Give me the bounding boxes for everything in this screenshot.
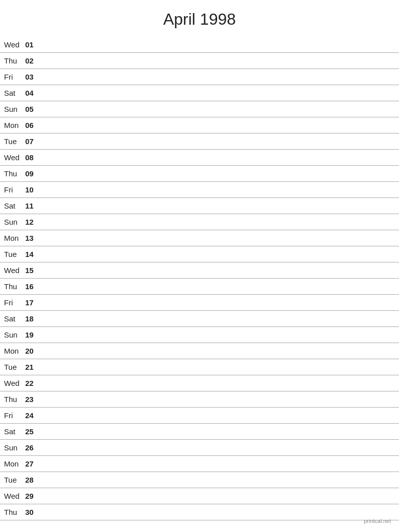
day-name: Thu [4,169,25,178]
calendar-row[interactable]: Wed15 [0,262,399,279]
day-line [41,351,395,351]
day-line [41,335,395,335]
day-number: 14 [25,250,41,258]
day-name: Wed [4,266,25,275]
calendar-row[interactable]: Thu23 [0,391,399,408]
day-name: Tue [4,250,25,258]
day-line [41,512,395,512]
calendar-row[interactable]: Wed01 [0,37,399,53]
day-line [41,318,395,319]
calendar-row[interactable]: Tue14 [0,246,399,262]
day-name: Tue [4,363,25,371]
day-name: Wed [4,379,25,387]
day-name: Thu [4,395,25,404]
day-number: 02 [25,56,41,65]
calendar-row[interactable]: Fri17 [0,295,399,311]
day-line [41,222,395,222]
day-line [41,286,395,287]
day-line [41,206,395,206]
calendar-list: Wed01Thu02Fri03Sat04Sun05Mon06Tue07Wed08… [0,37,399,520]
calendar-row[interactable]: Sun12 [0,214,399,230]
day-line [41,302,395,303]
day-line [41,367,395,367]
day-number: 10 [25,185,41,194]
day-number: 26 [25,443,41,452]
calendar-row[interactable]: Thu16 [0,279,399,295]
day-line [41,480,395,480]
day-name: Fri [4,298,25,307]
day-line [41,125,395,125]
day-number: 04 [25,89,41,97]
day-name: Sun [4,218,25,226]
day-line [41,463,395,464]
calendar-row[interactable]: Sat11 [0,198,399,214]
day-number: 22 [25,379,41,387]
day-line [41,157,395,158]
day-line [41,431,395,432]
calendar-row[interactable]: Fri03 [0,69,399,85]
day-name: Fri [4,73,25,81]
calendar-row[interactable]: Mon27 [0,456,399,472]
calendar-row[interactable]: Wed22 [0,375,399,391]
calendar-row[interactable]: Sat18 [0,311,399,327]
calendar-row[interactable]: Tue07 [0,134,399,150]
day-number: 19 [25,330,41,339]
day-line [41,254,395,254]
day-line [41,270,395,271]
day-number: 08 [25,153,41,162]
day-number: 09 [25,169,41,178]
day-name: Sun [4,105,25,113]
footer-text: printcal.net [364,518,391,524]
day-line [41,93,395,93]
calendar-row[interactable]: Sun19 [0,327,399,343]
calendar-row[interactable]: Sat25 [0,424,399,440]
day-number: 18 [25,314,41,323]
day-name: Sat [4,314,25,323]
day-name: Sat [4,202,25,210]
day-number: 20 [25,347,41,355]
day-number: 29 [25,492,41,500]
calendar-row[interactable]: Sun05 [0,101,399,117]
day-line [41,60,395,61]
calendar-row[interactable]: Mon06 [0,117,399,134]
day-number: 24 [25,411,41,420]
calendar-row[interactable]: Sat04 [0,85,399,101]
day-line [41,77,395,77]
day-name: Sat [4,427,25,436]
day-number: 17 [25,298,41,307]
day-number: 16 [25,282,41,291]
calendar-row[interactable]: Fri10 [0,182,399,198]
day-line [41,109,395,109]
day-name: Wed [4,153,25,162]
calendar-row[interactable]: Tue28 [0,472,399,488]
day-number: 15 [25,266,41,275]
calendar-row[interactable]: Tue21 [0,359,399,375]
page-title: April 1998 [0,0,399,37]
day-name: Thu [4,508,25,516]
day-number: 30 [25,508,41,516]
day-name: Wed [4,40,25,49]
day-name: Wed [4,492,25,500]
calendar-row[interactable]: Wed08 [0,150,399,166]
calendar-row[interactable]: Fri24 [0,408,399,424]
day-number: 23 [25,395,41,404]
day-line [41,44,395,45]
day-number: 28 [25,476,41,484]
calendar-row[interactable]: Thu09 [0,166,399,182]
day-number: 01 [25,40,41,49]
day-number: 13 [25,234,41,242]
day-line [41,383,395,383]
calendar-row[interactable]: Mon13 [0,230,399,246]
day-number: 11 [25,202,41,210]
day-number: 07 [25,137,41,146]
calendar-row[interactable]: Thu30 [0,504,399,520]
day-name: Mon [4,234,25,242]
day-name: Fri [4,411,25,420]
day-number: 21 [25,363,41,371]
day-name: Sun [4,330,25,339]
calendar-row[interactable]: Sun26 [0,440,399,456]
calendar-row[interactable]: Thu02 [0,53,399,69]
calendar-row[interactable]: Wed29 [0,488,399,504]
calendar-row[interactable]: Mon20 [0,343,399,359]
day-line [41,415,395,416]
